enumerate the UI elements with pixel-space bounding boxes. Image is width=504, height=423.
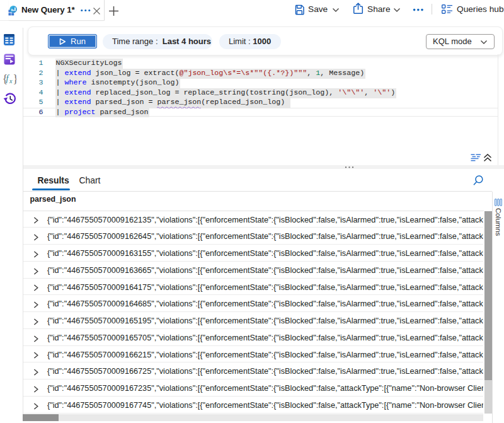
svg-text:}: } (13, 73, 16, 84)
svg-text:x: x (9, 78, 13, 84)
